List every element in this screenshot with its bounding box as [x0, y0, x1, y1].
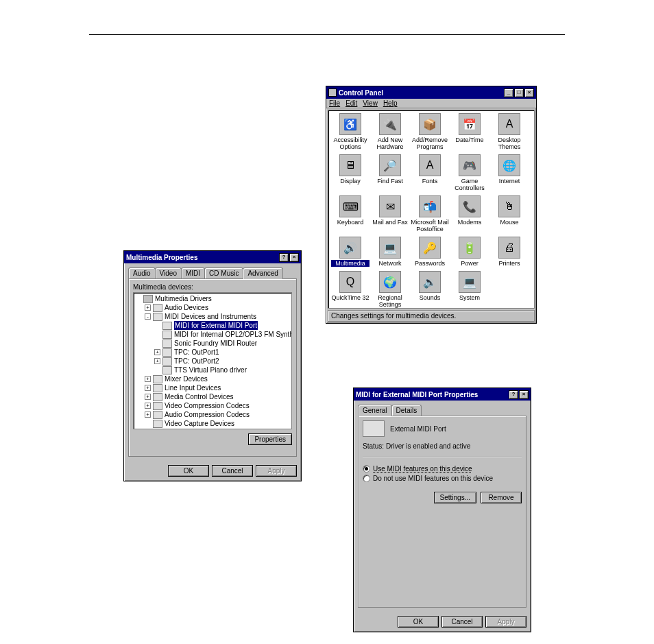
cp-item-display[interactable]: 🖥Display	[331, 154, 370, 191]
tab-advanced[interactable]: Advanced	[243, 267, 282, 279]
tab-general[interactable]: General	[358, 405, 392, 416]
menu-edit[interactable]: Edit	[346, 99, 357, 107]
tab-video[interactable]: Video	[155, 267, 182, 278]
expand-icon[interactable]: +	[145, 412, 151, 418]
cp-icon: A	[419, 154, 441, 176]
tree-node-label: Mixer Devices	[165, 374, 208, 383]
apply-button[interactable]: Apply	[485, 616, 526, 628]
cp-icon: 💻	[459, 271, 481, 293]
menu-file[interactable]: File	[329, 99, 340, 107]
tree-node-icon	[153, 402, 162, 410]
cancel-button[interactable]: Cancel	[441, 616, 483, 628]
maximize-button[interactable]: □	[514, 88, 524, 97]
cp-label: Network	[371, 260, 409, 267]
minimize-button[interactable]: _	[504, 88, 513, 97]
do-not-use-midi-radio-row[interactable]: Do not use MIDI features on this device	[363, 475, 522, 482]
radio-use-midi[interactable]	[363, 465, 370, 473]
expand-icon[interactable]: +	[145, 403, 151, 409]
menu-view[interactable]: View	[363, 99, 378, 107]
cp-item-printers[interactable]: 🖨Printers	[490, 237, 529, 267]
ok-button[interactable]: OK	[168, 465, 209, 477]
properties-button[interactable]: Properties	[248, 433, 292, 445]
cp-item-fonts[interactable]: AFonts	[411, 154, 449, 191]
tree-node-label: MIDI for Internal OPL2/OPL3 FM Synthesis	[174, 330, 292, 339]
cp-item-mail-and-fax[interactable]: ✉Mail and Fax	[371, 195, 409, 232]
cp-item-internet[interactable]: 🌐Internet	[490, 154, 529, 191]
cp-item-date-time[interactable]: 📅Date/Time	[450, 113, 489, 150]
tree-item[interactable]: +Audio Devices	[135, 303, 290, 312]
tree-item[interactable]: +TPC: OutPort2	[135, 357, 290, 366]
tree-item[interactable]: +Audio Compression Codecs	[135, 410, 290, 419]
cp-item-quicktime-32[interactable]: QQuickTime 32	[331, 271, 370, 308]
tree-item[interactable]: Video Capture Devices	[135, 419, 290, 428]
tree-node-icon	[162, 331, 172, 339]
expand-icon[interactable]: +	[145, 376, 151, 382]
cp-item-power[interactable]: 🔋Power	[450, 237, 489, 267]
cp-item-passwords[interactable]: 🔑Passwords	[411, 237, 449, 267]
cp-item-find-fast[interactable]: 🔎Find Fast	[371, 154, 409, 191]
tab-cd-music[interactable]: CD Music	[204, 267, 243, 278]
tree-node-icon	[162, 339, 172, 348]
cp-icon: 📦	[419, 113, 441, 135]
cp-icon: ⌨	[339, 195, 361, 217]
expand-icon[interactable]: +	[154, 349, 160, 355]
tab-midi[interactable]: MIDI	[181, 267, 205, 278]
cp-item-add-new-hardware[interactable]: 🔌Add New Hardware	[371, 113, 409, 150]
cp-item-sounds[interactable]: 🔉Sounds	[411, 271, 449, 308]
cp-item-modems[interactable]: 📞Modems	[450, 195, 489, 232]
tree-item[interactable]: +Video Compression Codecs	[135, 401, 290, 410]
cp-item-mouse[interactable]: 🖱Mouse	[490, 195, 529, 232]
tree-node-icon	[153, 313, 162, 321]
close-button[interactable]: ×	[524, 88, 534, 97]
tree-item[interactable]: -MIDI Devices and Instruments	[135, 312, 290, 321]
help-button[interactable]: ?	[509, 390, 518, 399]
tree-item[interactable]: +Media Control Devices	[135, 392, 290, 401]
use-midi-radio-row[interactable]: Use MIDI features on this device	[363, 465, 522, 473]
menu-help[interactable]: Help	[383, 99, 398, 107]
ok-button[interactable]: OK	[398, 616, 439, 628]
close-button[interactable]: ×	[519, 390, 529, 399]
expand-icon[interactable]: +	[145, 305, 151, 311]
tree-item[interactable]: MIDI for External MIDI Port	[135, 321, 290, 330]
multimedia-device-tree[interactable]: Multimedia Drivers+Audio Devices-MIDI De…	[133, 292, 292, 429]
cancel-button[interactable]: Cancel	[212, 465, 253, 477]
cp-icon: 🌍	[379, 271, 401, 293]
remove-button[interactable]: Remove	[481, 492, 522, 503]
cp-item-microsoft-mail-postoffice[interactable]: 📬Microsoft Mail Postoffice	[411, 195, 449, 232]
settings-button[interactable]: Settings...	[434, 492, 476, 503]
tree-item[interactable]: Sonic Foundry MIDI Router	[135, 339, 290, 348]
tab-details[interactable]: Details	[391, 405, 422, 416]
help-button[interactable]: ?	[279, 253, 289, 262]
cp-item-system[interactable]: 💻System	[450, 271, 489, 308]
collapse-icon[interactable]: -	[145, 313, 151, 320]
cp-item-network[interactable]: 💻Network	[371, 237, 409, 267]
tree-item[interactable]: Multimedia Drivers	[135, 294, 290, 303]
tree-item[interactable]: +TPC: OutPort1	[135, 348, 290, 357]
midi-port-dialog-buttons: OK Cancel Apply	[354, 612, 531, 632]
cp-item-multimedia[interactable]: 🔊Multimedia	[331, 237, 370, 267]
expand-icon[interactable]: +	[154, 358, 160, 364]
tree-item[interactable]: TTS Virtual Piano driver	[135, 366, 290, 374]
tree-node-label: Sonic Foundry MIDI Router	[174, 339, 257, 348]
control-panel-menubar: FileEditViewHelp	[326, 99, 536, 108]
tree-item[interactable]: +Joystick Devices	[135, 428, 290, 429]
cp-item-accessibility-options[interactable]: ♿Accessibility Options	[331, 113, 370, 150]
multimedia-properties-title: Multimedia Properties	[126, 254, 197, 261]
cp-item-game-controllers[interactable]: 🎮Game Controllers	[450, 154, 489, 191]
close-button[interactable]: ×	[289, 253, 299, 262]
apply-button[interactable]: Apply	[256, 465, 297, 477]
cp-item-keyboard[interactable]: ⌨Keyboard	[331, 195, 370, 232]
expand-icon[interactable]: +	[145, 385, 151, 391]
radio-do-not-use-midi[interactable]	[363, 475, 370, 482]
tab-audio[interactable]: Audio	[128, 267, 156, 278]
cp-label: Keyboard	[331, 219, 370, 226]
midi-port-tabs: GeneralDetails	[358, 405, 526, 416]
cp-item-add-remove-programs[interactable]: 📦Add/Remove Programs	[411, 113, 449, 150]
cp-item-desktop-themes[interactable]: ADesktop Themes	[490, 113, 529, 150]
tree-item[interactable]: MIDI for Internal OPL2/OPL3 FM Synthesis	[135, 330, 290, 339]
cp-item-regional-settings[interactable]: 🌍Regional Settings	[371, 271, 409, 308]
expand-icon[interactable]: +	[145, 394, 151, 400]
tree-item[interactable]: +Line Input Devices	[135, 383, 290, 392]
tree-item[interactable]: +Mixer Devices	[135, 374, 290, 383]
control-panel-icon-area: ♿Accessibility Options🔌Add New Hardware📦…	[328, 110, 535, 309]
